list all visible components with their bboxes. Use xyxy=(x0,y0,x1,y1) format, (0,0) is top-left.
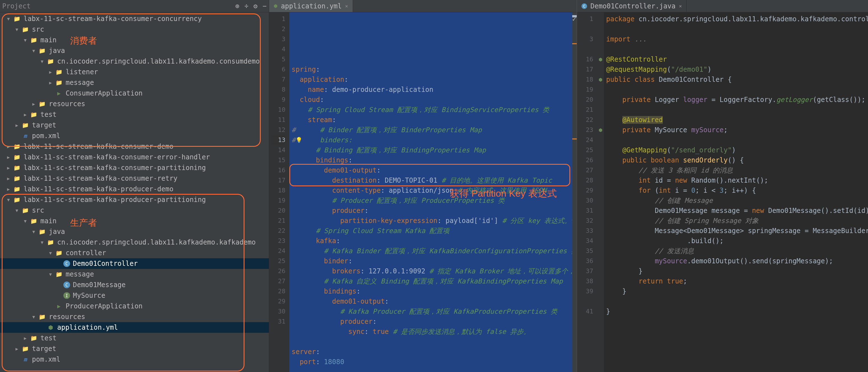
code-line[interactable]: destination: DEMO-TOPIC-01 # 目的地。这里使用 Ka… xyxy=(291,175,570,185)
target-icon[interactable]: ⊕ xyxy=(235,2,239,10)
chevron-down-icon[interactable]: ▼ xyxy=(39,59,45,64)
code-line[interactable]: # binders: xyxy=(291,135,570,145)
code-line[interactable]: @RestController xyxy=(606,54,866,64)
code-line[interactable]: # Binding 配置项，对应 BindingProperties Map xyxy=(291,145,570,155)
lightbulb-icon[interactable]: 💡 xyxy=(296,135,303,145)
code-line[interactable]: producer: xyxy=(291,316,570,327)
tree-row[interactable]: ▼📁cn.iocoder.springcloud.labx11.kafkadem… xyxy=(0,237,269,248)
chevron-right-icon[interactable]: ▶ xyxy=(48,69,53,75)
code-line[interactable]: brokers: 127.0.0.1:9092 # 指定 Kafka Broke… xyxy=(291,266,570,276)
code-line[interactable]: // 发送消息 xyxy=(606,246,866,256)
code-line[interactable]: for (int i = 0; i < 3; i++) { xyxy=(606,185,866,196)
chevron-down-icon[interactable]: ▼ xyxy=(48,272,53,277)
code-line[interactable]: spring: xyxy=(291,64,570,74)
code-line[interactable]: sync: true # 是否同步发送消息，默认为 false 异步。 xyxy=(291,327,570,337)
code-line[interactable]: port: 18080 xyxy=(291,357,570,367)
chevron-right-icon[interactable]: ▶ xyxy=(23,336,28,341)
tree-row[interactable]: ▶▶ProducerApplication xyxy=(0,301,269,311)
chevron-right-icon[interactable]: ▶ xyxy=(6,165,11,171)
collapse-icon[interactable]: − xyxy=(263,2,267,10)
code-line[interactable]: # Kafka Producer 配置项，对应 KafkaProducerPro… xyxy=(291,306,570,316)
tree-row[interactable]: ▼📁labx-11-sc-stream-kafka-consumer-concu… xyxy=(0,13,269,24)
tab-application-yml[interactable]: ⬢ application.yml × xyxy=(269,0,353,12)
tree-row[interactable]: ▶📁target xyxy=(0,343,269,354)
chevron-down-icon[interactable]: ▼ xyxy=(31,48,36,54)
code-line[interactable] xyxy=(606,24,866,34)
code-line[interactable]: int id = new Random().nextInt(); xyxy=(606,175,866,185)
code-line[interactable] xyxy=(606,44,866,54)
chevron-down-icon[interactable]: ▼ xyxy=(23,218,28,224)
close-icon[interactable]: × xyxy=(345,3,348,9)
tree-row[interactable]: ▶📁target xyxy=(0,120,269,131)
code-line[interactable] xyxy=(291,337,570,347)
code-line[interactable]: package cn.iocoder.springcloud.labx11.ka… xyxy=(606,14,866,24)
tree-row[interactable]: ▼📁cn.iocoder.springcloud.labx11.kafkadem… xyxy=(0,56,269,67)
tree-row[interactable]: ▶📁labx-11-sc-stream-kafka-consumer-demo xyxy=(0,141,269,152)
chevron-right-icon[interactable]: ▶ xyxy=(6,187,11,192)
chevron-right-icon[interactable]: ▶ xyxy=(31,101,36,107)
tree-row[interactable]: ▶📁test xyxy=(0,333,269,343)
code-line[interactable]: @RequestMapping("/demo01") xyxy=(606,64,866,74)
code-line[interactable]: demo01-output: xyxy=(291,296,570,306)
code-line[interactable]: stream: xyxy=(291,115,570,125)
code-line[interactable]: binder: xyxy=(291,256,570,266)
run-gutter-icon[interactable]: ⬢ xyxy=(598,57,602,62)
tree-row[interactable]: ▼📁src xyxy=(0,24,269,35)
tree-row[interactable]: ▼📁labx-11-sc-stream-kafka-producer-parti… xyxy=(0,194,269,205)
code-yml[interactable]: spring: application: name: demo-producer… xyxy=(289,12,572,372)
code-line[interactable]: private MySource mySource; xyxy=(606,125,866,135)
code-line[interactable] xyxy=(606,84,866,95)
code-line[interactable]: return true; xyxy=(606,276,866,286)
code-line[interactable]: producer: xyxy=(291,206,570,216)
run-gutter-icon[interactable]: ⬢ xyxy=(598,128,602,133)
code-line[interactable]: } xyxy=(606,286,866,296)
code-line[interactable]: kafka: xyxy=(291,236,570,246)
divide-icon[interactable]: ÷ xyxy=(245,2,248,10)
chevron-down-icon[interactable]: ▼ xyxy=(48,250,53,256)
code-line[interactable]: private Logger logger = LoggerFactory.ge… xyxy=(606,95,866,105)
chevron-right-icon[interactable]: ▶ xyxy=(14,346,20,351)
tree-row[interactable]: ▶📁test xyxy=(0,109,269,120)
chevron-down-icon[interactable]: ▼ xyxy=(39,240,45,245)
chevron-down-icon[interactable]: ▼ xyxy=(6,197,11,203)
chevron-right-icon[interactable]: ▶ xyxy=(6,176,11,181)
code-line[interactable]: import ... xyxy=(606,34,866,44)
chevron-right-icon[interactable]: ▶ xyxy=(14,123,20,128)
tree-row[interactable]: ▼📁main xyxy=(0,35,269,45)
tree-row[interactable]: ▶IMySource xyxy=(0,290,269,301)
code-line[interactable]: bindings: xyxy=(291,155,570,165)
code-java[interactable]: package cn.iocoder.springcloud.labx11.ka… xyxy=(604,12,868,372)
code-line[interactable]: // 发送 3 条相同 id 的消息 xyxy=(606,165,866,175)
code-line[interactable]: // 创建 Spring Message 对象 xyxy=(606,216,866,226)
tree-row[interactable]: ▶mpom.xml xyxy=(0,131,269,141)
tree-row[interactable]: ▼📁main xyxy=(0,216,269,226)
code-line[interactable]: # Spring Cloud Stream 配置项，对应 BindingServ… xyxy=(291,105,570,115)
tree-row[interactable]: ▼📁src xyxy=(0,205,269,216)
chevron-right-icon[interactable]: ▶ xyxy=(6,144,11,149)
code-line[interactable]: application: xyxy=(291,74,570,84)
chevron-right-icon[interactable]: ▶ xyxy=(23,112,28,117)
tree-row[interactable]: ▶📁labx-11-sc-stream-kafka-consumer-retry xyxy=(0,173,269,184)
chevron-down-icon[interactable]: ▼ xyxy=(6,16,11,22)
close-icon[interactable]: × xyxy=(679,3,682,9)
chevron-right-icon[interactable]: ▶ xyxy=(48,80,53,86)
run-gutter-icon[interactable]: ⬢ xyxy=(598,77,602,82)
code-line[interactable] xyxy=(606,135,866,145)
code-line[interactable]: // 创建 Message xyxy=(606,196,866,206)
project-tree[interactable]: ▼📁labx-11-sc-stream-kafka-consumer-concu… xyxy=(0,12,269,372)
code-line[interactable]: # Producer 配置项，对应 ProducerProperties 类 xyxy=(291,196,570,206)
code-line[interactable]: partition-key-expression: payload['id'] … xyxy=(291,216,570,226)
code-line[interactable]: public boolean sendOrderly() { xyxy=(606,155,866,165)
code-line[interactable]: # # Binder 配置项，对应 BinderProperties Map xyxy=(291,125,570,135)
code-line[interactable] xyxy=(606,105,866,115)
code-line[interactable]: @GetMapping("/send_orderly") xyxy=(606,145,866,155)
code-line[interactable]: name: demo-producer-application xyxy=(291,84,570,95)
code-line[interactable]: mySource.demo01Output().send(springMessa… xyxy=(606,256,866,266)
code-line[interactable] xyxy=(291,367,570,372)
code-line[interactable]: server: xyxy=(291,347,570,357)
tree-row[interactable]: ▼📁resources xyxy=(0,311,269,322)
code-line[interactable]: .build(); xyxy=(606,236,866,246)
code-line[interactable]: content-type: application/json # 内容格式。这里… xyxy=(291,185,570,196)
scroll-strip-yml[interactable]: ✓ xyxy=(572,12,577,372)
code-line[interactable]: public class Demo01Controller { xyxy=(606,74,866,84)
